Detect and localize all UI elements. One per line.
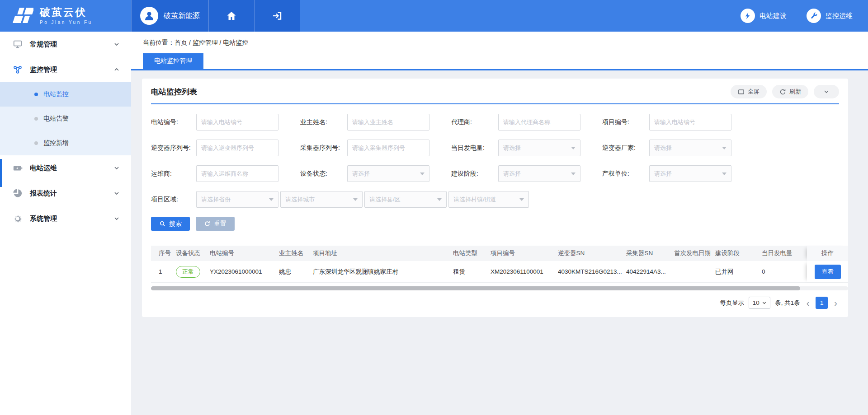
refresh-icon — [779, 89, 786, 95]
town-select[interactable]: 请选择村镇/街道 — [448, 191, 529, 208]
caret-down-icon — [722, 173, 726, 175]
field-label: 建设阶段: — [451, 170, 498, 178]
cell-owner: 姚忠 — [279, 268, 313, 276]
cell-type: 租赁 — [453, 268, 491, 276]
om-vendor-input[interactable] — [196, 165, 278, 182]
sidebar-item-reports[interactable]: 报表统计 — [0, 181, 131, 206]
agent-input[interactable] — [498, 114, 580, 131]
search-button[interactable]: 搜索 — [151, 217, 190, 231]
collapse-button[interactable] — [814, 85, 839, 98]
pie-chart-icon — [13, 188, 23, 198]
reset-button[interactable]: 重置 — [196, 217, 235, 231]
topbar-spacer — [300, 0, 741, 32]
field-label: 业主姓名: — [300, 118, 347, 126]
city-select[interactable]: 请选择城市 — [280, 191, 363, 208]
nav-monitor-ops[interactable]: 监控运维 — [807, 9, 853, 23]
chevron-down-icon — [823, 88, 830, 95]
nav-station-build[interactable]: 电站建设 — [741, 9, 787, 23]
caret-down-icon — [722, 147, 726, 149]
project-no-input[interactable] — [649, 114, 731, 131]
sidebar-item-monitor-add[interactable]: 监控新增 — [0, 131, 131, 155]
sidebar-item-station-monitor[interactable]: 电站监控 — [0, 82, 131, 107]
reset-icon — [204, 220, 211, 227]
logout-button[interactable] — [255, 0, 300, 32]
sidebar-item-monitor-mgmt[interactable]: 监控管理 — [0, 57, 131, 82]
sidebar: 常规管理 监控管理 电站监控 电站告警 监控新增 — [0, 32, 131, 415]
total-label: 条, 共1条 — [775, 299, 800, 307]
page-number[interactable]: 1 — [816, 297, 828, 309]
sidebar-item-station-alarm[interactable]: 电站告警 — [0, 107, 131, 131]
caret-down-icon — [420, 173, 425, 175]
owner-name-input[interactable] — [347, 114, 429, 131]
property-unit-select[interactable]: 请选择 — [649, 165, 731, 182]
pagination: 每页显示 10 条, 共1条 ‹ 1 › — [151, 297, 839, 310]
chevron-down-icon — [113, 164, 120, 172]
cell-project-no: XM2023061100001 — [491, 268, 558, 275]
device-status-select[interactable]: 请选择 — [347, 165, 429, 182]
horizontal-scrollbar-thumb[interactable] — [151, 286, 800, 290]
field-label: 采集器序列号: — [300, 144, 347, 152]
inverter-vendor-select[interactable]: 请选择 — [649, 140, 731, 156]
field-label: 电站编号: — [151, 118, 196, 126]
caret-down-icon — [762, 300, 767, 305]
cell-status: 正常 — [176, 266, 210, 278]
daily-gen-select[interactable]: 请选择 — [498, 140, 580, 156]
fullscreen-button[interactable]: 全屏 — [731, 85, 767, 98]
per-page-label: 每页显示 — [720, 299, 744, 307]
chevron-down-icon — [113, 41, 120, 48]
caret-down-icon — [437, 198, 442, 201]
cell-seq: 1 — [151, 268, 176, 275]
caret-down-icon — [571, 147, 576, 149]
caret-down-icon — [269, 198, 274, 201]
station-monitor-panel: 电站监控列表 全屏 刷新 — [142, 79, 848, 317]
lightning-icon — [741, 9, 755, 23]
fullscreen-icon — [738, 89, 745, 95]
home-button[interactable] — [209, 0, 255, 32]
prev-page-button[interactable]: ‹ — [805, 298, 811, 308]
logout-icon — [272, 10, 283, 21]
panel-title: 电站监控列表 — [151, 87, 197, 97]
field-label: 代理商: — [451, 118, 498, 126]
sidebar-item-system[interactable]: 系统管理 — [0, 206, 131, 231]
sidebar-item-station-ops[interactable]: 电站运维 — [0, 155, 131, 181]
bullet-icon — [34, 93, 38, 96]
field-label: 项目区域: — [151, 196, 196, 204]
cell-collector-sn: 40422914A3... — [626, 268, 674, 275]
next-page-button[interactable]: › — [832, 298, 839, 308]
build-stage-select[interactable]: 请选择 — [498, 165, 580, 182]
user-menu[interactable]: 破茧新能源 — [131, 0, 209, 32]
tab-bar: 电站监控管理 — [131, 51, 868, 70]
field-label: 当日发电量: — [451, 144, 498, 152]
sidebar-item-general[interactable]: 常规管理 — [0, 32, 131, 57]
horizontal-scrollbar — [151, 286, 848, 290]
province-select[interactable]: 请选择省份 — [196, 191, 278, 208]
bullet-icon — [34, 117, 38, 121]
search-icon — [159, 220, 166, 227]
app-title: 破茧云伏 — [40, 7, 93, 18]
field-label: 设备状态: — [300, 170, 347, 178]
collector-sn-input[interactable] — [347, 140, 429, 156]
field-label: 逆变器序列号: — [151, 144, 196, 152]
refresh-button[interactable]: 刷新 — [772, 85, 808, 98]
view-button[interactable]: 查看 — [815, 265, 841, 279]
user-name: 破茧新能源 — [164, 11, 200, 21]
per-page-select[interactable]: 10 — [749, 297, 770, 309]
logo: 破茧云伏 Po Jian Yun Fu — [0, 0, 131, 32]
field-label: 逆变器厂家: — [602, 144, 649, 152]
sidebar-scrollbar-thumb[interactable] — [0, 159, 2, 187]
avatar — [140, 7, 158, 25]
county-select[interactable]: 请选择县/区 — [364, 191, 447, 208]
chevron-down-icon — [113, 215, 120, 222]
field-label: 产权单位: — [602, 170, 649, 178]
logo-icon — [10, 6, 33, 25]
cell-daily-gen: 0 — [762, 268, 807, 275]
caret-down-icon — [353, 198, 358, 201]
inverter-sn-input[interactable] — [196, 140, 278, 156]
tab-station-monitor-mgmt[interactable]: 电站监控管理 — [143, 53, 203, 69]
station-table: 序号 设备状态 电站编号 业主姓名 项目地址 电站类型 项目编号 逆变器SN 采… — [151, 246, 848, 290]
station-no-input[interactable] — [196, 114, 278, 131]
chevron-down-icon — [113, 190, 120, 197]
home-icon — [226, 10, 237, 21]
chevron-up-icon — [113, 66, 120, 73]
table-row: 1 正常 YX2023061000001 姚忠 广东深圳龙华区观澜镇姚家庄村 租… — [151, 261, 848, 283]
